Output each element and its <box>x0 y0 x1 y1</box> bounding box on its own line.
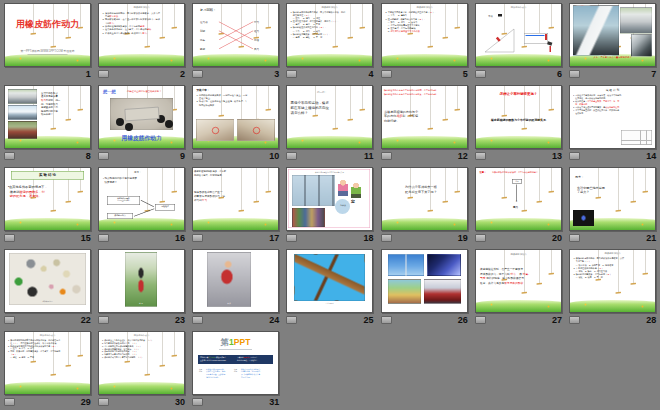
transition-icon[interactable] <box>98 234 109 242</box>
slide-canvas: 复习回顾：拉力器划船汽车帆船弹力推力汽油风力 <box>193 4 278 66</box>
slide-thumbnail[interactable]: 第1PPT感谢您下载 第一PPT 模板网资源！ 更多精品请访问 WWW.1PPT… <box>192 331 279 395</box>
slide-thumbnail[interactable]: 用橡皮筋作动力1. 像橡皮筋这样的物体，受力时形状很容易改变，去掉 力后又能（ … <box>569 249 656 313</box>
slide-thumbnail[interactable]: 思考：• 怎么能使我们的小车行驶得更 快更远呢？橡皮筋绕的圈数 （同一直径车轴）… <box>98 167 185 231</box>
slide-thumbnail[interactable]: 橡皮筋绕的圈数与小车行驶距离的关系为什么定 <box>286 167 373 231</box>
transition-icon[interactable] <box>98 316 109 324</box>
slide-thumbnail[interactable]: 实 验 计 划1. 可以让小车每次都从同一起点出发，比较小车行驶的 距离远近，也… <box>569 85 656 149</box>
transition-icon[interactable] <box>286 316 297 324</box>
slide-image-car <box>620 8 652 34</box>
slide-text: 橡皮筋缠绕的圈数与小车行驶的距离有关系 <box>480 118 557 122</box>
transition-icon[interactable] <box>381 234 392 242</box>
rubber-band-swing <box>162 168 163 201</box>
slide-thumbnail[interactable]: 思考：生活中哪些地方应用 了弹力？ <box>569 167 656 231</box>
transition-icon[interactable] <box>475 70 486 78</box>
slide-thumbnail[interactable]: 实 验 结 论•在其他条件不变的情况下， 橡皮筋缠绕的圈数多，行 驶的距离远，速… <box>4 167 91 231</box>
slide-thumbnail[interactable]: 橡皮筋缠绕的圈数越多，小车获 得的动力越大，行驶得越远。物体形状改变时会产生一 … <box>192 167 279 231</box>
slide-number: 22 <box>81 316 91 325</box>
slide-number: 29 <box>81 398 91 407</box>
transition-icon[interactable] <box>475 152 486 160</box>
transition-icon[interactable] <box>4 152 15 160</box>
transition-icon[interactable] <box>192 234 203 242</box>
transition-icon[interactable] <box>286 152 297 160</box>
slide-text: 小车 <box>513 180 522 182</box>
slide-number: 17 <box>269 234 279 243</box>
slide-thumbnail[interactable]: 火车、汽车是靠什么力量行驶起来的？ <box>569 3 656 67</box>
slide-cell: 用橡皮筋作动力木块 6 <box>471 0 565 82</box>
grass-decoration <box>193 54 278 66</box>
transition-icon[interactable] <box>569 234 580 242</box>
slide-image-kid2 <box>351 183 361 198</box>
slide-canvas: 注意：当橡皮筋恢复到原来形状时，小车为什么还能行驶？小车▼弹力 <box>476 168 561 230</box>
slide-thumbnail[interactable]: 用橡皮筋作动力5. 大树被大风吹弯了腰，此时树枝产生的力是（ C ）。 A. 重… <box>381 3 468 67</box>
transition-icon[interactable] <box>192 316 203 324</box>
slide-thumbnail[interactable]: 用橡皮筋作动力1. 橡皮筋这样的物体受力变形后能恢复原状，我们说它有弹 性（ √… <box>4 331 91 395</box>
slide-thumbnail[interactable]: 生活中的各种交 通工具都是依靠 动力行驶的。想一 想，汽车的动力 是哪里来的？怎… <box>4 85 91 149</box>
slide-thumbnail[interactable]: 注意：当橡皮筋恢复到原来形状时，小车为什么还能行驶？小车▼弹力 <box>475 167 562 231</box>
transition-icon[interactable] <box>192 398 203 406</box>
slide-canvas: 想一想怎样让静止的小车自己动起来呢？用橡皮筋作动力 <box>99 86 184 148</box>
slide-thumbnail[interactable]: 用橡皮筋作动力第一PPT模板网-WWW.1PPT.COM 整理发布 <box>4 3 91 67</box>
slide-thumbnail[interactable]: 为什么小车冲出去一段 距离后又停下来了呢？ <box>381 167 468 231</box>
slide-thumbnail[interactable] <box>381 249 468 313</box>
slide-canvas: 想一想：要使小车向前运动，橡皮 筋在车轴上缠绕的方向应 该怎么样？ <box>287 86 372 148</box>
slide-thumbnail[interactable]: 用橡皮筋作动力橡皮筋被拉长时，会产生一个要恢复 原来形状的力，这个力叫 弹力 。… <box>475 249 562 313</box>
slide-number: 12 <box>458 152 468 161</box>
slide-text: 当橡皮筋缠绕的方向与小 车的方向相反时，小车便 向前行驶。 <box>384 109 444 123</box>
transition-icon[interactable] <box>286 70 297 78</box>
slide-cell: 想一想怎样让静止的小车自己动起来呢？用橡皮筋作动力 9 <box>94 82 188 164</box>
slide-thumbnail[interactable]: 橡皮筋缠绕的方向与小车前进的方向相同，小车向后行驶。 橡皮筋缠绕的方向与小车前进… <box>381 85 468 149</box>
rubber-band-swing <box>504 86 505 115</box>
slide-thumbnail[interactable]: 用橡皮筋作动力木块 <box>475 3 562 67</box>
transition-icon[interactable] <box>381 316 392 324</box>
grass-decoration <box>382 54 467 66</box>
slide-caption-strip: 9 <box>98 150 185 162</box>
transition-icon[interactable] <box>286 234 297 242</box>
transition-icon[interactable] <box>475 316 486 324</box>
slide-canvas: 橡皮筋缠绕的圈数越多，小车获 得的动力越大，行驶得越远。物体形状改变时会产生一 … <box>193 168 278 230</box>
slide-thumbnail[interactable]: 想一想：要使小车向前运动，橡皮 筋在车轴上缠绕的方向应 该怎么样？ <box>286 85 373 149</box>
transition-icon[interactable] <box>192 152 203 160</box>
transition-icon[interactable] <box>98 152 109 160</box>
transition-icon[interactable] <box>381 152 392 160</box>
slide-text: 划船 <box>200 29 219 32</box>
slide-thumbnail[interactable]: 射 箭 <box>98 249 185 313</box>
slide-text: 1. 像橡皮筋这样的物体，受力时形状很容易改变，去掉 力后又能（ A ）。 A.… <box>574 257 653 279</box>
transition-icon[interactable] <box>569 152 580 160</box>
slide-canvas: 为什么小车冲出去一段 距离后又停下来了呢？ <box>382 168 467 230</box>
slide-text: 第1PPT <box>208 337 263 348</box>
slide-text: 怎样让小车行驶得更远？ <box>481 92 556 96</box>
slide-thumbnail[interactable]: 用橡皮筋作动力1. 橡皮筋这样的物体受力变形，撤去力后能恢复原状，我们 说它有弹… <box>286 3 373 67</box>
transition-icon[interactable] <box>569 316 580 324</box>
slide-text: 用橡皮筋作动力 <box>99 6 184 9</box>
slide-text: 拉力器 <box>200 20 219 23</box>
slide-thumbnail[interactable]: 体 操 <box>192 249 279 313</box>
slide-text: 5. 大树被大风吹弯了腰，此时树枝产生的力是（ C ）。 A. 重力 B. 摩擦… <box>385 11 464 33</box>
slide-thumbnail[interactable]: 安装小车：1. 把两根橡皮筋连接起来，一端固定在车架上，一端 套在车轴上。 2.… <box>192 85 279 149</box>
slide-thumbnail[interactable]: 用橡皮筋作动力1. 橡皮筋挂上重物后会拉长，去掉重物又恢复原状。（ √ ） 2.… <box>98 331 185 395</box>
slide-caption-strip: 16 <box>98 232 185 244</box>
slide-thumbnail[interactable]: 用橡皮筋作动力1. 像橡皮筋这样的物体，受力时形状很容易改变，去掉力后 又能恢复… <box>98 3 185 67</box>
slide-thumbnail[interactable]: 复习回顾：拉力器划船汽车帆船弹力推力汽油风力 <box>192 3 279 67</box>
transition-icon[interactable] <box>98 398 109 406</box>
slide-image-trainfront <box>8 121 37 139</box>
transition-icon[interactable] <box>4 316 15 324</box>
transition-icon[interactable] <box>4 398 15 406</box>
slide-text: 复习回顾： <box>200 8 230 12</box>
slide-caption-strip: 11 <box>286 150 373 162</box>
transition-icon[interactable] <box>4 234 15 242</box>
slide-thumbnail[interactable]: 各种橡胶制品 <box>4 249 91 313</box>
slide-thumbnail[interactable]: 想一想怎样让静止的小车自己动起来呢？用橡皮筋作动力 <box>98 85 185 149</box>
slide-shape <box>550 46 552 52</box>
rubber-band-swing <box>362 86 363 109</box>
transition-icon[interactable] <box>98 70 109 78</box>
slide-text: 第一PPT模板网-WWW.1PPT.COM 整理发布 <box>17 49 77 53</box>
transition-icon[interactable] <box>475 234 486 242</box>
transition-icon[interactable] <box>381 70 392 78</box>
slide-thumbnail[interactable]: 怎样让小车行驶得更远？橡皮筋缠绕的圈数与小车行驶的距离有关系 <box>475 85 562 149</box>
slide-thumbnail[interactable]: 古代的弩弓 <box>286 249 373 313</box>
grass-decoration <box>476 54 561 66</box>
slide-canvas: 用橡皮筋作动力木块 <box>476 4 561 66</box>
slide-canvas: 安装小车：1. 把两根橡皮筋连接起来，一端固定在车架上，一端 套在车轴上。 2.… <box>193 86 278 148</box>
transition-icon[interactable] <box>192 70 203 78</box>
transition-icon[interactable] <box>569 70 580 78</box>
